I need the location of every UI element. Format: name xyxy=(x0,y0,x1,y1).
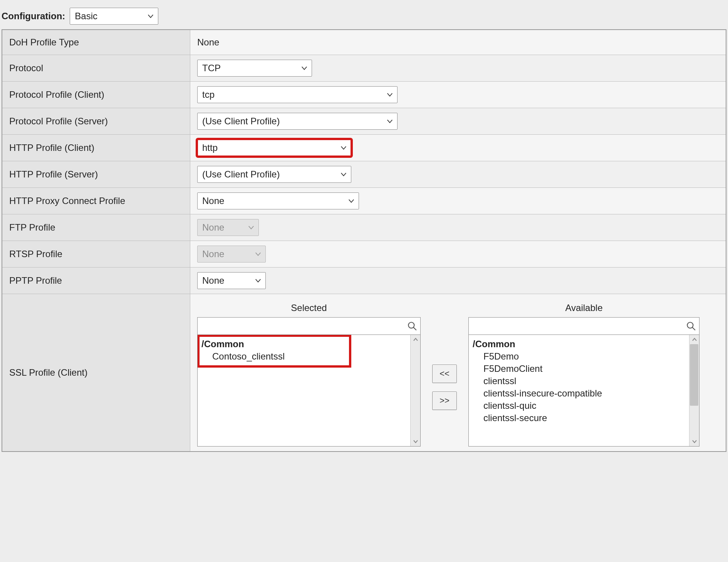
svg-point-0 xyxy=(408,322,414,328)
select-protocol-profile-client[interactable]: tcp xyxy=(197,86,398,103)
list-item[interactable]: clientssl-insecure-compatible xyxy=(473,387,695,400)
label-doh-profile-type: DoH Profile Type xyxy=(2,30,190,55)
select-rtsp-value: None xyxy=(202,249,224,259)
label-ftp-profile: FTP Profile xyxy=(2,214,190,241)
value-doh-profile-type: None xyxy=(190,30,726,55)
chevron-down-icon xyxy=(147,13,154,20)
picker-available-title: Available xyxy=(468,301,699,317)
select-pptp-value: None xyxy=(202,275,224,286)
svg-line-1 xyxy=(413,327,416,330)
list-item[interactable]: Contoso_clientssl xyxy=(201,350,416,363)
select-protocol-profile-server[interactable]: (Use Client Profile) xyxy=(197,113,398,130)
label-http-profile-server: HTTP Profile (Server) xyxy=(2,161,190,187)
picker-available-search-input[interactable] xyxy=(473,320,686,332)
scrollbar-thumb[interactable] xyxy=(690,344,698,406)
select-http-profile-server[interactable]: (Use Client Profile) xyxy=(197,166,351,183)
chevron-down-icon xyxy=(255,251,262,258)
chevron-down-icon xyxy=(340,144,347,151)
configuration-select[interactable]: Basic xyxy=(70,8,158,25)
chevron-down-icon xyxy=(340,171,347,178)
picker-selected-list[interactable]: /Common Contoso_clientssl xyxy=(197,335,421,447)
picker-available-search[interactable] xyxy=(468,317,699,335)
configuration-select-value: Basic xyxy=(75,11,97,22)
label-ssl-profile-client: SSL Profile (Client) xyxy=(2,294,190,451)
move-left-button[interactable]: << xyxy=(432,365,457,383)
picker-group-label: /Common xyxy=(201,338,416,350)
picker-available-list[interactable]: /Common F5Demo F5DemoClient clientssl cl… xyxy=(468,335,699,447)
select-pptp-profile[interactable]: None xyxy=(197,272,266,289)
configuration-table: DoH Profile Type None Protocol TCP Proto… xyxy=(2,29,726,452)
configuration-label: Configuration: xyxy=(2,11,65,22)
picker-selected-search[interactable] xyxy=(197,317,421,335)
label-protocol: Protocol xyxy=(2,55,190,81)
label-protocol-profile-server: Protocol Profile (Server) xyxy=(2,108,190,134)
chevron-down-icon xyxy=(301,65,308,72)
chevron-down-icon xyxy=(348,197,355,204)
select-pp-client-value: tcp xyxy=(202,89,215,100)
chevron-down-icon xyxy=(255,277,262,284)
picker-group-label: /Common xyxy=(473,338,695,350)
search-icon xyxy=(686,321,696,331)
list-item[interactable]: F5DemoClient xyxy=(473,363,695,375)
picker-selected-title: Selected xyxy=(197,301,421,317)
select-http-proxy-connect-profile[interactable]: None xyxy=(197,192,359,209)
chevron-down-icon xyxy=(248,224,255,231)
select-protocol[interactable]: TCP xyxy=(197,60,312,77)
list-item[interactable]: clientssl-secure xyxy=(473,412,695,424)
list-item[interactable]: F5Demo xyxy=(473,350,695,363)
select-protocol-value: TCP xyxy=(202,63,221,74)
list-item[interactable]: clientssl-quic xyxy=(473,400,695,412)
picker-selected-search-input[interactable] xyxy=(201,320,407,332)
select-http-proxy-value: None xyxy=(202,196,224,206)
move-right-button[interactable]: >> xyxy=(432,391,457,410)
label-http-profile-client: HTTP Profile (Client) xyxy=(2,135,190,161)
scroll-down-icon[interactable] xyxy=(689,437,699,446)
chevron-down-icon xyxy=(386,91,393,98)
select-ftp-profile: None xyxy=(197,219,259,236)
label-protocol-profile-client: Protocol Profile (Client) xyxy=(2,82,190,108)
list-item[interactable]: clientssl xyxy=(473,375,695,387)
label-rtsp-profile: RTSP Profile xyxy=(2,241,190,267)
select-ftp-value: None xyxy=(202,222,224,233)
select-http-client-value: http xyxy=(202,142,218,153)
label-pptp-profile: PPTP Profile xyxy=(2,268,190,294)
select-pp-server-value: (Use Client Profile) xyxy=(202,116,280,127)
scroll-up-icon[interactable] xyxy=(689,335,699,344)
svg-point-2 xyxy=(687,322,693,328)
label-http-proxy-connect-profile: HTTP Proxy Connect Profile xyxy=(2,188,190,214)
svg-line-3 xyxy=(692,327,695,330)
chevron-down-icon xyxy=(386,118,393,125)
scrollbar[interactable] xyxy=(689,335,699,446)
scroll-up-icon[interactable] xyxy=(411,335,420,344)
select-http-profile-client[interactable]: http xyxy=(197,139,351,156)
search-icon xyxy=(407,321,417,331)
scrollbar[interactable] xyxy=(410,335,420,446)
select-rtsp-profile: None xyxy=(197,246,266,263)
select-http-server-value: (Use Client Profile) xyxy=(202,169,280,180)
scroll-down-icon[interactable] xyxy=(411,437,420,446)
